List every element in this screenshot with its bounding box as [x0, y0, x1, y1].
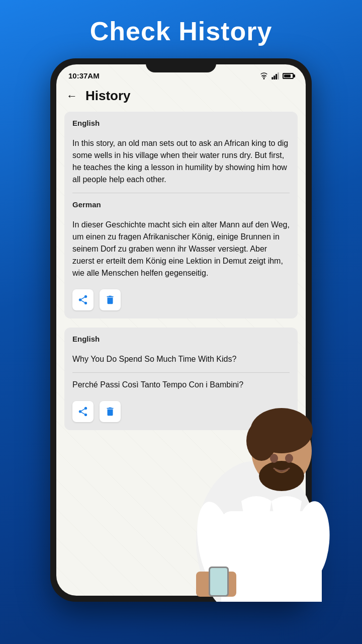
source-lang-2: English — [64, 328, 298, 347]
share-button-2[interactable] — [72, 401, 94, 422]
phone-mockup: 10:37AM ← H — [50, 58, 312, 602]
history-card-2: English Why You Do Spend So Much Time Wi… — [64, 328, 298, 430]
svg-rect-0 — [272, 77, 273, 79]
target-lang-1: German — [64, 193, 298, 213]
card-2-actions — [64, 398, 298, 430]
share-button-1[interactable] — [72, 289, 94, 310]
trash-icon-2 — [105, 406, 116, 417]
share-icon-2 — [77, 406, 88, 417]
delete-button-1[interactable] — [100, 289, 121, 310]
source-text-1: In this story, an old man sets out to as… — [64, 131, 298, 193]
phone-notch — [146, 58, 216, 72]
battery-icon — [283, 73, 294, 79]
app-header: ← History — [56, 84, 306, 112]
trash-icon-1 — [105, 294, 116, 305]
history-card-1: English In this story, an old man sets o… — [64, 112, 298, 318]
screen-title: History — [85, 88, 131, 104]
share-icon-1 — [77, 294, 88, 305]
status-time: 10:37AM — [68, 71, 100, 80]
source-text-2: Why You Do Spend So Much Time With Kids? — [64, 347, 298, 372]
svg-rect-1 — [274, 75, 275, 79]
target-text-1: In dieser Geschichte macht sich ein alte… — [64, 213, 298, 286]
status-icons — [259, 72, 294, 79]
delete-button-2[interactable] — [100, 401, 121, 422]
card-1-actions — [64, 286, 298, 318]
target-text-2: Perché Passi Così Tanto Tempo Con i Bamb… — [64, 373, 298, 398]
signal-icon — [272, 72, 280, 79]
page-title: Check History — [80, 0, 283, 58]
svg-rect-3 — [278, 72, 279, 79]
source-lang-1: English — [64, 112, 298, 131]
scroll-area[interactable]: English In this story, an old man sets o… — [56, 112, 306, 596]
phone-screen: 10:37AM ← H — [56, 64, 306, 596]
back-button[interactable]: ← — [66, 90, 77, 103]
svg-rect-2 — [276, 74, 277, 79]
wifi-icon — [259, 72, 268, 79]
